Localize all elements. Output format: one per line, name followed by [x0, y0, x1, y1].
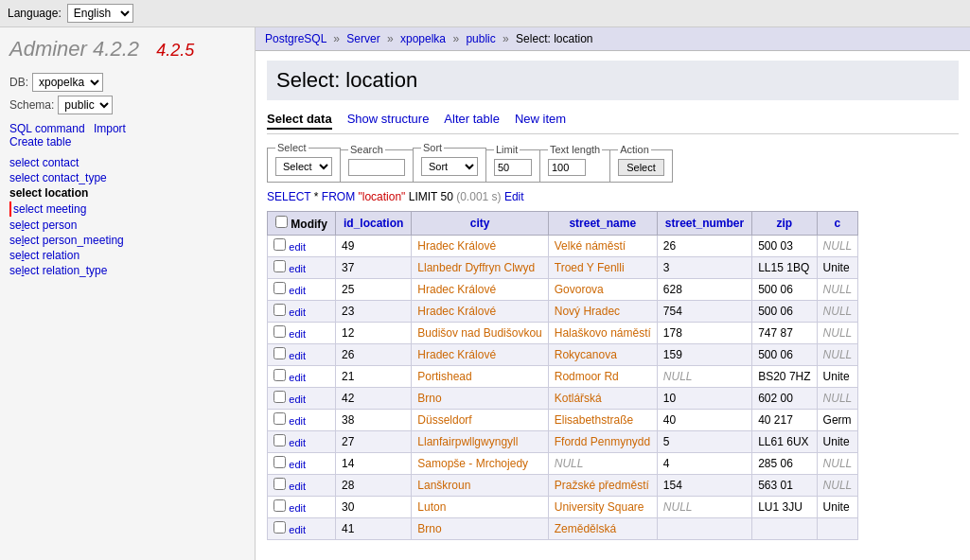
row-checkbox[interactable]	[273, 282, 286, 294]
select-all-checkbox[interactable]	[275, 216, 288, 228]
row-checkbox[interactable]	[273, 260, 286, 272]
row-checkbox[interactable]	[273, 369, 286, 381]
city-link[interactable]: Luton	[417, 500, 446, 514]
city-link[interactable]: Brno	[417, 522, 441, 535]
row-checkbox[interactable]	[273, 434, 286, 446]
sql-edit-link[interactable]: Edit	[504, 190, 524, 203]
sidebar-link-person[interactable]: select person	[9, 219, 77, 232]
sort-street-name[interactable]: street_name	[569, 217, 636, 230]
edit-link[interactable]: edit	[289, 415, 306, 427]
edit-link[interactable]: edit	[289, 372, 306, 383]
sidebar-link-contact-type[interactable]: select contact_type	[9, 171, 107, 184]
street-link[interactable]: Nový Hradec	[555, 305, 620, 318]
row-checkbox[interactable]	[273, 304, 286, 316]
city-link[interactable]: Hradec Králové	[417, 239, 496, 253]
edit-link[interactable]: edit	[289, 285, 306, 296]
street-link[interactable]: Zemědělská	[555, 522, 616, 535]
schema-select[interactable]: public	[58, 96, 113, 114]
tab-alter-table[interactable]: Alter table	[444, 112, 500, 130]
breadcrumb-public[interactable]: public	[466, 32, 495, 45]
edit-link[interactable]: edit	[289, 481, 306, 492]
select-button[interactable]	[618, 159, 664, 176]
sidebar-link-meeting[interactable]: select meeting	[13, 202, 86, 216]
street-link[interactable]: Rodmoor Rd	[555, 370, 619, 383]
city-link[interactable]: Hradec Králové	[417, 305, 496, 318]
street-link[interactable]: University Square	[555, 500, 644, 514]
street-link[interactable]: Elisabethstraße	[555, 413, 633, 427]
city-link[interactable]: Hradec Králové	[417, 348, 496, 361]
sidebar-link-relation[interactable]: select relation	[9, 249, 79, 262]
sidebar-item-person[interactable]: select person	[9, 219, 245, 232]
row-checkbox[interactable]	[273, 499, 286, 512]
city-link[interactable]: Düsseldorf	[417, 413, 471, 427]
street-link[interactable]: Pražské předměstí	[555, 479, 649, 492]
edit-link[interactable]: edit	[289, 524, 306, 535]
street-link[interactable]: Halaškovo náměstí	[555, 326, 651, 340]
edit-link[interactable]: edit	[289, 502, 306, 514]
city-link[interactable]: Hradec Králové	[417, 283, 496, 296]
city-link[interactable]: Samopše - Mrchojedy	[417, 457, 528, 470]
text-length-input[interactable]	[548, 159, 586, 176]
edit-link[interactable]: edit	[289, 394, 306, 405]
breadcrumb-postgresql[interactable]: PostgreSQL	[265, 32, 326, 45]
edit-link[interactable]: edit	[289, 263, 306, 274]
edit-link[interactable]: edit	[289, 241, 306, 253]
limit-input[interactable]	[494, 159, 532, 176]
sidebar-link-relation-type[interactable]: select relation_type	[9, 264, 107, 277]
edit-link[interactable]: edit	[289, 306, 306, 318]
sort-city[interactable]: city	[470, 217, 490, 230]
sort-id-location[interactable]: id_location	[344, 217, 403, 230]
sql-command-link[interactable]: SQL command	[9, 122, 85, 135]
td-street-name: NULL	[548, 453, 657, 475]
sort-c[interactable]: c	[835, 217, 841, 230]
import-link[interactable]: Import	[94, 122, 126, 135]
sidebar-item-relation-type[interactable]: select relation_type	[9, 264, 245, 277]
city-link[interactable]: Llanfairpwllgwyngyll	[417, 435, 518, 448]
street-link[interactable]: Ffordd Penmynydd	[555, 435, 650, 448]
language-select[interactable]: English Czech German French	[67, 4, 133, 23]
street-link[interactable]: Velké náměstí	[555, 239, 626, 253]
version-new-link[interactable]: 4.2.5	[156, 41, 194, 60]
sidebar-item-contact-type[interactable]: select contact_type	[9, 171, 245, 184]
create-table-link[interactable]: Create table	[9, 135, 71, 149]
row-checkbox[interactable]	[273, 456, 286, 468]
breadcrumb-xpopelka[interactable]: xpopelka	[400, 32, 446, 45]
tab-select-data[interactable]: Select data	[267, 112, 332, 130]
sidebar-item-person-meeting[interactable]: select person_meeting	[9, 234, 245, 247]
edit-link[interactable]: edit	[289, 459, 306, 470]
edit-link[interactable]: edit	[289, 328, 306, 340]
city-link[interactable]: Budišov nad Budišovkou	[417, 326, 541, 340]
row-checkbox[interactable]	[273, 521, 286, 534]
street-link[interactable]: Govorova	[555, 283, 604, 296]
breadcrumb-server[interactable]: Server	[346, 32, 379, 45]
row-checkbox[interactable]	[273, 412, 286, 425]
city-link[interactable]: Lanškroun	[417, 479, 470, 492]
sidebar-item-location[interactable]: select location	[9, 186, 245, 200]
sort-dropdown[interactable]: Sort	[421, 157, 478, 176]
city-link[interactable]: Brno	[417, 392, 441, 405]
city-link[interactable]: Llanbedr Dyffryn Clwyd	[417, 261, 535, 274]
sidebar-item-meeting[interactable]: select meeting	[9, 201, 245, 217]
sidebar-link-contact[interactable]: select contact	[9, 156, 79, 169]
tab-new-item[interactable]: New item	[515, 112, 566, 130]
edit-link[interactable]: edit	[289, 437, 306, 448]
sidebar-link-person-meeting[interactable]: select person_meeting	[9, 234, 124, 247]
tab-show-structure[interactable]: Show structure	[347, 112, 430, 130]
select-dropdown[interactable]: Select	[275, 157, 332, 176]
row-checkbox[interactable]	[273, 325, 286, 338]
edit-link[interactable]: edit	[289, 350, 306, 361]
street-link[interactable]: Troed Y Fenlli	[555, 261, 625, 274]
row-checkbox[interactable]	[273, 391, 286, 403]
search-input[interactable]	[348, 159, 405, 176]
sort-street-number[interactable]: street_number	[665, 217, 744, 230]
row-checkbox[interactable]	[273, 478, 286, 490]
city-link[interactable]: Portishead	[417, 370, 471, 383]
street-link[interactable]: Kotlářská	[555, 392, 602, 405]
street-link[interactable]: Rokycanova	[555, 348, 617, 361]
row-checkbox[interactable]	[273, 238, 286, 251]
row-checkbox[interactable]	[273, 347, 286, 359]
sidebar-item-relation[interactable]: select relation	[9, 249, 245, 262]
sidebar-item-contact[interactable]: select contact	[9, 156, 245, 169]
db-select[interactable]: xpopelka	[32, 73, 103, 92]
sort-zip[interactable]: zip	[777, 217, 793, 230]
